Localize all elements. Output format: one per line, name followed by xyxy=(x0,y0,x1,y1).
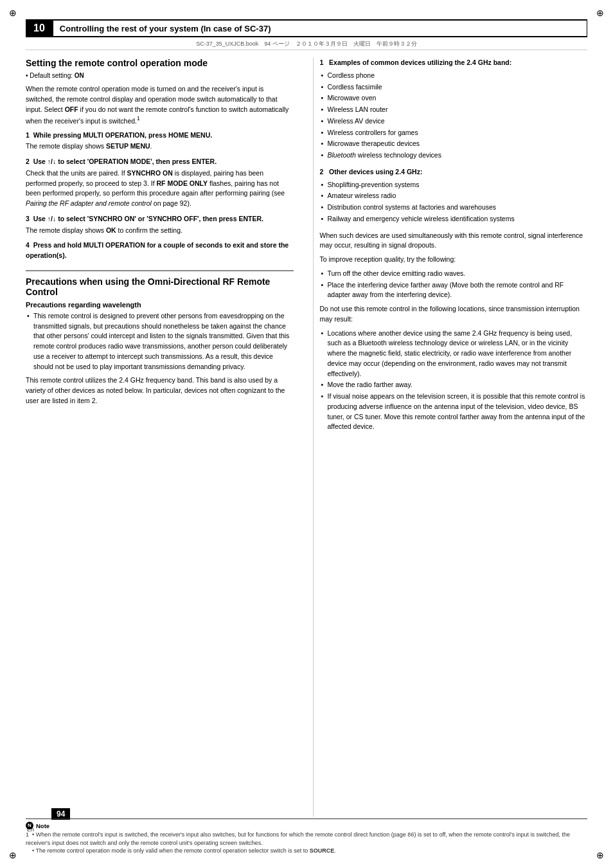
improve-bullet-1: Turn off the other device emitting radio… xyxy=(320,269,588,279)
wavelength-bullet-1: This remote control is designed to preve… xyxy=(26,311,294,372)
other-bullet-1: Shoplifting-prevention systems xyxy=(320,180,588,190)
step-2-title: 2 Use ↑/↓ to select 'OPERATION MODE', th… xyxy=(26,157,294,167)
example-bullet-7: Microwave therapeutic devices xyxy=(320,139,588,149)
note-icon: N xyxy=(26,822,33,829)
step-1-title: 1 While pressing MULTI OPERATION, press … xyxy=(26,131,294,141)
corner-mark-bl: ⊕ xyxy=(6,849,19,862)
improve-para: To improve reception quality, try the fo… xyxy=(320,255,588,265)
section2-divider xyxy=(26,270,294,276)
example-bullet-4: Wireless LAN router xyxy=(320,105,588,115)
note-header: N Note xyxy=(26,822,587,829)
donot-bullet-3: If visual noise appears on the televisio… xyxy=(320,392,588,432)
interference-para: When such devices are used simultaneousl… xyxy=(320,231,588,251)
right-column: 1 Examples of common devices utilizing t… xyxy=(313,58,588,817)
step-3: 3 Use ↑/↓ to select 'SYNCHRO ON' or 'SYN… xyxy=(26,214,294,236)
default-label: Default setting: xyxy=(30,72,74,79)
step-1: 1 While pressing MULTI OPERATION, press … xyxy=(26,131,294,152)
wavelength-bullets: This remote control is designed to preve… xyxy=(26,311,294,372)
example-bullet-6: Wireless controllers for games xyxy=(320,128,588,138)
examples-title: 1 Examples of common devices utilizing t… xyxy=(320,58,588,68)
other-bullet-3: Distribution control systems at factorie… xyxy=(320,203,588,213)
step-3-body: The remote display shows OK to confirm t… xyxy=(26,226,294,236)
step-4-title: 4 Press and hold MULTI OPERATION for a c… xyxy=(26,240,294,261)
section2-title: Precautions when using the Omni-Directio… xyxy=(26,276,294,297)
note-text-1: 1 • When the remote control's input is s… xyxy=(26,831,587,847)
other-bullet-4: Railway and emergency vehicle wireless i… xyxy=(320,214,588,224)
donot-bullet-1: Locations where another device using the… xyxy=(320,329,588,379)
other-bullet-2: Amateur wireless radio xyxy=(320,191,588,201)
donot-bullet-2: Move the radio farther away. xyxy=(320,380,588,390)
example-bullet-8: Bluetooth wireless technology devices xyxy=(320,150,588,161)
step-1-body: The remote display shows SETUP MENU. xyxy=(26,141,294,152)
example-bullet-5: Wireless AV device xyxy=(320,116,588,127)
default-value: ON xyxy=(75,72,84,79)
other-devices-bullets: Shoplifting-prevention systems Amateur w… xyxy=(320,180,588,224)
step-3-title: 3 Use ↑/↓ to select 'SYNCHRO ON' or 'SYN… xyxy=(26,214,294,224)
file-info: SC-37_35_UXJCB.book 94 ページ ２０１０年３月９日 火曜日… xyxy=(26,40,587,50)
step-4: 4 Press and hold MULTI OPERATION for a c… xyxy=(26,240,294,261)
donot-para: Do not use this remote control in the fo… xyxy=(320,304,588,325)
examples-section: 1 Examples of common devices utilizing t… xyxy=(320,58,588,161)
freq-para: This remote control utilizes the 2.4 GHz… xyxy=(26,375,294,406)
example-bullet-2: Cordless facsimile xyxy=(320,82,588,93)
corner-mark-tl: ⊕ xyxy=(6,6,19,19)
chapter-title: Controlling the rest of your system (In … xyxy=(60,24,271,33)
note-text-2: • The remote control operation mode is o… xyxy=(26,847,587,855)
example-bullet-3: Microwave oven xyxy=(320,93,588,104)
note-label: Note xyxy=(36,822,49,829)
other-devices-title: 2 Other devices using 2.4 GHz: xyxy=(320,167,588,177)
improve-bullet-2: Place the interfering device farther awa… xyxy=(320,280,588,301)
corner-mark-br: ⊕ xyxy=(594,849,607,862)
step-2-body: Check that the units are paired. If SYNC… xyxy=(26,168,294,209)
default-setting: • Default setting: ON xyxy=(26,71,294,80)
other-devices-section: 2 Other devices using 2.4 GHz: Shoplifti… xyxy=(320,167,588,224)
step-2: 2 Use ↑/↓ to select 'OPERATION MODE', th… xyxy=(26,157,294,209)
section1-title: Setting the remote control operation mod… xyxy=(26,58,294,68)
footer-note: N Note 1 • When the remote control's inp… xyxy=(26,818,587,855)
example-bullet-1: Cordless phone xyxy=(320,71,588,81)
corner-mark-tr: ⊕ xyxy=(594,6,607,19)
left-column: Setting the remote control operation mod… xyxy=(26,58,300,817)
examples-bullets: Cordless phone Cordless facsimile Microw… xyxy=(320,71,588,161)
improve-bullets: Turn off the other device emitting radio… xyxy=(320,269,588,300)
main-content: Setting the remote control operation mod… xyxy=(26,58,587,817)
donot-bullets: Locations where another device using the… xyxy=(320,329,588,433)
chapter-number: 10 xyxy=(26,23,53,34)
intro-paragraph: When the remote control operation mode i… xyxy=(26,84,294,127)
chapter-title-box: Controlling the rest of your system (In … xyxy=(53,20,587,37)
header-bar: 10 Controlling the rest of your system (… xyxy=(26,19,587,37)
precautions-wavelength-title: Precautions regarding wavelength xyxy=(26,301,294,309)
